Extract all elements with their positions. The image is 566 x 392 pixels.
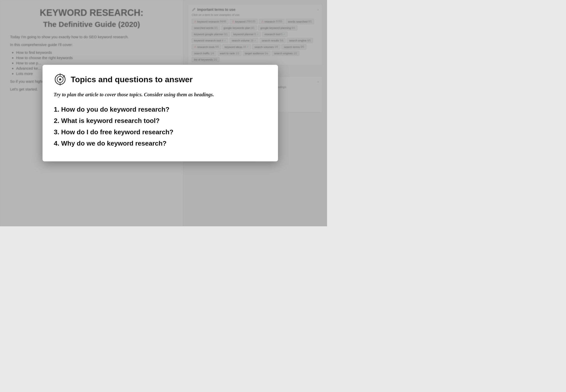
- modal-header: Topics and questions to answer: [54, 73, 267, 86]
- modal-list-item: How do I do free keyword research?: [61, 128, 267, 137]
- modal-target-icon: [54, 73, 67, 86]
- topics-modal: Topics and questions to answer Try to pl…: [43, 65, 278, 161]
- modal-topics-list: How do you do keyword research?What is k…: [54, 105, 267, 148]
- modal-title: Topics and questions to answer: [71, 75, 193, 84]
- modal-subtitle: Try to plan the article to cover those t…: [54, 91, 267, 98]
- svg-point-7: [59, 78, 61, 80]
- modal-list-item: What is keyword research tool?: [61, 116, 267, 125]
- modal-list-item: How do you do keyword research?: [61, 105, 267, 114]
- modal-list-item: Why do we do keyword research?: [61, 139, 267, 148]
